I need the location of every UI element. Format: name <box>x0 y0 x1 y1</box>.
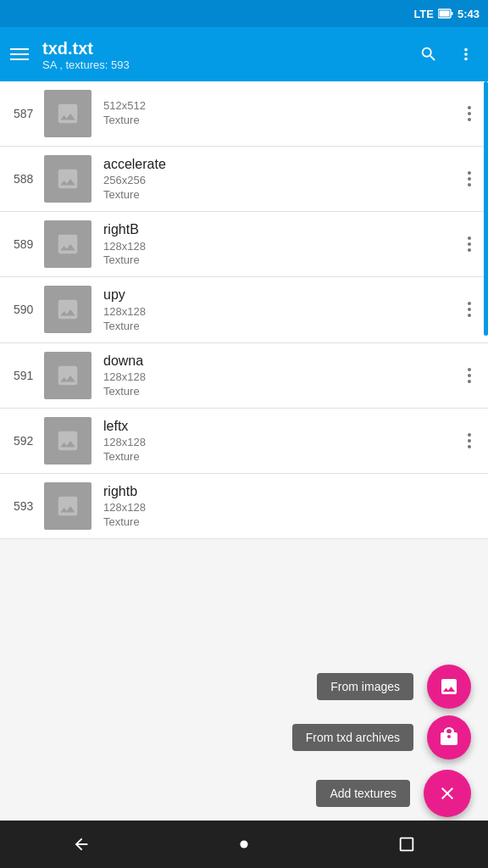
dot <box>468 433 471 437</box>
item-info: downa 128x128 Texture <box>103 352 464 399</box>
item-type: Texture <box>103 114 464 128</box>
back-icon <box>72 835 91 854</box>
dot <box>468 106 471 109</box>
close-fab-button[interactable] <box>424 770 471 817</box>
item-info: upy 128x128 Texture <box>103 286 464 333</box>
list-item[interactable]: 592 leftx 128x128 Texture <box>0 409 488 474</box>
item-info: 512x512 Texture <box>103 99 464 128</box>
scroll-indicator <box>484 81 488 336</box>
search-icon <box>419 45 438 64</box>
dot <box>468 177 471 181</box>
dot <box>468 380 471 383</box>
item-size: 128x128 <box>103 501 474 515</box>
item-more-button[interactable] <box>464 233 474 255</box>
image-placeholder-icon <box>55 166 80 192</box>
from-images-label: From images <box>317 673 413 700</box>
list-item[interactable]: 589 rightB 128x128 Texture <box>0 212 488 277</box>
item-size: 512x512 <box>103 99 464 114</box>
item-more-button[interactable] <box>464 430 474 452</box>
item-index: 587 <box>14 107 44 120</box>
home-icon <box>235 835 253 854</box>
hamburger-line-1 <box>10 48 29 50</box>
app-bar-actions <box>417 42 478 66</box>
item-index: 590 <box>14 303 44 316</box>
item-more-button[interactable] <box>464 103 474 125</box>
dot <box>468 112 471 115</box>
item-info: leftx 128x128 Texture <box>103 417 464 465</box>
dot <box>468 314 471 317</box>
image-placeholder-icon <box>55 231 80 257</box>
svg-rect-1 <box>451 12 452 15</box>
menu-button[interactable] <box>10 48 29 60</box>
dot <box>468 242 471 246</box>
dot <box>468 118 471 121</box>
back-button[interactable] <box>64 827 98 861</box>
dot <box>468 183 471 186</box>
item-more-button[interactable] <box>464 298 474 320</box>
item-type: Texture <box>103 385 464 399</box>
app-bar-title-area: txd.txt SA , textures: 593 <box>42 38 403 71</box>
list-item[interactable]: 588 accelerate 256x256 Texture <box>0 147 488 212</box>
item-name: leftx <box>103 417 464 436</box>
list-item[interactable]: 590 upy 128x128 Texture <box>0 277 488 342</box>
svg-rect-2 <box>439 11 449 17</box>
image-placeholder-icon <box>55 297 80 322</box>
close-icon <box>437 783 458 804</box>
item-type: Texture <box>103 188 464 203</box>
from-archives-button[interactable] <box>427 715 471 760</box>
svg-rect-4 <box>401 838 413 851</box>
status-icons: LTE 5:43 <box>413 8 480 20</box>
item-thumbnail <box>44 286 92 333</box>
dot <box>468 374 471 377</box>
add-textures-row: Add textures <box>316 770 488 817</box>
item-type: Texture <box>103 253 464 268</box>
app-title: txd.txt <box>42 38 403 58</box>
item-type: Texture <box>103 515 474 530</box>
dot <box>468 368 471 371</box>
item-info: rightB 128x128 Texture <box>103 220 464 268</box>
home-button[interactable] <box>227 827 261 861</box>
texture-list: 587 512x512 Texture 588 accelerate 256x2… <box>0 81 488 539</box>
item-size: 128x128 <box>103 370 464 385</box>
item-index: 593 <box>14 499 44 513</box>
svg-point-3 <box>240 840 247 848</box>
from-archives-label: From txd archives <box>292 724 413 751</box>
item-name: downa <box>103 352 464 370</box>
item-type: Texture <box>103 320 464 334</box>
item-index: 588 <box>14 172 44 186</box>
bottom-navigation <box>0 821 488 868</box>
item-more-button[interactable] <box>464 168 474 190</box>
dot <box>468 236 471 240</box>
item-more-button[interactable] <box>464 364 474 387</box>
item-thumbnail <box>44 220 92 268</box>
item-name: upy <box>103 286 464 304</box>
item-thumbnail <box>44 417 92 465</box>
dot <box>468 171 471 175</box>
image-placeholder-icon <box>55 363 80 388</box>
item-thumbnail <box>44 155 92 203</box>
more-vert-icon <box>457 45 475 64</box>
item-name: rightB <box>103 220 464 239</box>
list-item[interactable]: 587 512x512 Texture <box>0 81 488 147</box>
list-item[interactable]: 591 downa 128x128 Texture <box>0 343 488 409</box>
dot <box>468 445 471 448</box>
hamburger-line-2 <box>10 53 29 55</box>
image-placeholder-icon <box>55 101 80 126</box>
hamburger-line-3 <box>10 58 29 60</box>
item-thumbnail <box>44 90 92 137</box>
item-name: rightb <box>103 482 474 501</box>
fab-area: From images From txd archives Add textur… <box>292 665 488 817</box>
time-display: 5:43 <box>458 8 480 20</box>
from-archives-row: From txd archives <box>292 715 488 760</box>
item-type: Texture <box>103 450 464 465</box>
status-bar: LTE 5:43 <box>0 0 488 27</box>
search-button[interactable] <box>417 42 441 66</box>
item-thumbnail <box>44 352 92 399</box>
from-images-button[interactable] <box>427 665 471 709</box>
item-size: 256x256 <box>103 174 464 188</box>
from-images-row: From images <box>317 665 488 709</box>
item-size: 128x128 <box>103 240 464 254</box>
more-options-button[interactable] <box>454 42 478 66</box>
recent-apps-button[interactable] <box>390 827 424 861</box>
list-item[interactable]: 593 rightb 128x128 Texture <box>0 474 488 539</box>
